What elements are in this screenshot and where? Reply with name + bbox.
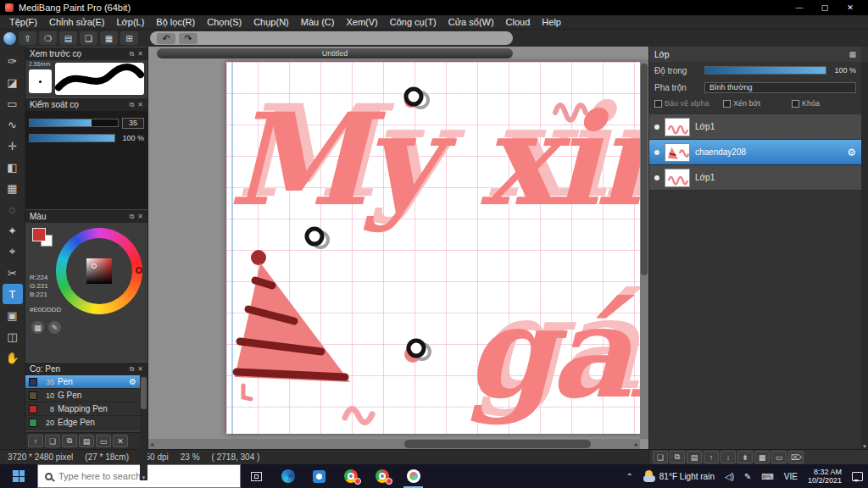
layer-grid-icon[interactable]: ▦ — [754, 451, 770, 463]
layer-menu-icon[interactable]: ▦ — [849, 50, 856, 58]
layer-row-selected[interactable]: chaenday208 ⚙ — [649, 140, 861, 165]
foreground-color-swatch[interactable] — [32, 228, 46, 241]
lock-checkbox[interactable]: Khóa — [792, 99, 856, 108]
close-panel-icon[interactable]: ✕ — [137, 50, 143, 58]
menu-layer[interactable]: Lớp(L) — [110, 17, 150, 27]
merge-down-icon[interactable]: ⇟ — [737, 451, 753, 463]
layer-opacity-slider[interactable] — [704, 66, 826, 75]
visibility-icon[interactable] — [654, 150, 659, 155]
start-button[interactable] — [0, 464, 37, 488]
tray-overflow-button[interactable]: ⌃ — [620, 464, 637, 488]
menu-snap[interactable]: Chụp(N) — [248, 17, 295, 27]
move-layer-down-icon[interactable]: ↓ — [721, 451, 736, 463]
menu-view[interactable]: Xem(V) — [340, 17, 383, 27]
lasso-tool[interactable]: ◌ — [3, 199, 23, 219]
drawing-canvas[interactable]: My My xinh xinh gái gái — [226, 62, 647, 434]
blend-mode-dropdown[interactable]: Bình thường — [704, 82, 856, 93]
close-panel-icon[interactable]: ✕ — [137, 213, 143, 221]
move-tool[interactable]: ✛ — [3, 136, 23, 156]
popout-icon[interactable]: ⧉ — [130, 213, 135, 221]
select-rect-tool[interactable]: ▭ — [3, 93, 23, 114]
brush-item-gpen[interactable]: 10 G Pen — [25, 389, 140, 402]
gradient-tool[interactable]: ▦ — [3, 178, 23, 198]
new-layer-icon[interactable]: ❏ — [653, 451, 668, 463]
move-layer-up-icon[interactable]: ↑ — [704, 451, 719, 463]
bucket-tool[interactable]: ◧ — [3, 157, 23, 177]
menu-select[interactable]: Chọn(S) — [201, 17, 248, 27]
curve-tool[interactable]: ∿ — [3, 114, 23, 135]
select-pen-tool[interactable]: ✂ — [3, 263, 23, 283]
brush-menu-icon[interactable]: ▤ — [79, 435, 94, 447]
canvas-vertical-scrollbar[interactable] — [640, 60, 648, 439]
minimize-button[interactable]: — — [787, 0, 812, 15]
close-button[interactable]: ✕ — [837, 0, 863, 15]
scroll-down-icon[interactable]: ▼ — [861, 444, 868, 449]
palette-icon[interactable]: ✎ — [48, 321, 61, 334]
menu-filter[interactable]: Bộ lọc(R) — [150, 17, 201, 27]
scrollbar-thumb[interactable] — [141, 377, 147, 409]
brush-size-value[interactable]: 35 — [122, 118, 144, 129]
menu-help[interactable]: Help — [536, 17, 567, 27]
scrollbar-thumb[interactable] — [641, 64, 648, 275]
menu-window[interactable]: Cửa sổ(W) — [442, 17, 500, 27]
layer-row[interactable]: Lớp1 — [649, 114, 861, 140]
eraser-tool[interactable]: ◪ — [3, 72, 23, 92]
menu-tools[interactable]: Công cụ(T) — [384, 17, 442, 27]
duplicate-layer-icon[interactable]: ⧉ — [670, 451, 685, 463]
new-folder-icon[interactable]: ▤ — [687, 451, 702, 463]
saturation-value-square[interactable] — [86, 258, 112, 284]
close-panel-icon[interactable]: ✕ — [137, 101, 143, 109]
file-icon[interactable]: ❏ — [80, 31, 97, 45]
duplicate-brush-icon[interactable]: ⧉ — [62, 435, 77, 447]
taskbar-chrome-2[interactable] — [366, 464, 398, 488]
taskbar-edge[interactable] — [272, 464, 303, 488]
comment-icon[interactable]: ❍ — [39, 31, 57, 45]
document-tab[interactable]: Untitled — [157, 48, 513, 58]
delete-layer-icon[interactable]: ⌦ — [788, 451, 804, 463]
maximize-button[interactable]: ▢ — [812, 0, 837, 15]
brush-item-mapping-pen[interactable]: 8 Mapping Pen — [25, 402, 140, 416]
taskbar-chrome-1[interactable] — [335, 464, 366, 488]
action-center-button[interactable] — [847, 464, 868, 488]
delete-brush-icon[interactable]: ✕ — [113, 435, 128, 447]
scrollbar-thumb[interactable] — [404, 440, 591, 448]
task-view-button[interactable] — [241, 464, 272, 488]
redo-button[interactable]: ↷ — [179, 33, 198, 44]
brush-size-slider[interactable] — [29, 119, 119, 127]
menu-file[interactable]: Tệp(F) — [3, 17, 43, 27]
operation-tool[interactable]: ▣ — [3, 305, 23, 325]
clock[interactable]: 8:32 AM 10/2/2021 — [803, 464, 847, 488]
taskbar-medibang[interactable] — [398, 464, 429, 488]
grid-icon[interactable]: ▦ — [100, 31, 118, 45]
protect-alpha-checkbox[interactable]: Bảo vệ alpha — [654, 99, 719, 108]
brush-item-edge-pen[interactable]: 20 Edge Pen — [25, 416, 140, 430]
color-mode-icon[interactable]: ▦ — [31, 321, 44, 334]
layer-panel-scrollbar[interactable]: ▼ — [861, 62, 868, 449]
new-brush-icon[interactable]: ❏ — [45, 435, 60, 447]
folder-icon[interactable]: ▭ — [96, 435, 111, 447]
popout-icon[interactable]: ⧉ — [130, 50, 135, 58]
brush-tool[interactable]: ✑ — [3, 51, 23, 71]
pen-settings-button[interactable]: ✎ — [739, 464, 756, 488]
list-icon[interactable]: ▤ — [59, 31, 77, 45]
visibility-icon[interactable] — [654, 125, 659, 130]
menu-edit[interactable]: Chỉnh sửa(E) — [43, 17, 110, 27]
layer-row[interactable]: Lớp1 — [649, 165, 861, 191]
touch-keyboard-button[interactable]: ⌨ — [756, 464, 778, 488]
popout-icon[interactable]: ⧉ — [130, 101, 135, 109]
taskbar-camera-app[interactable] — [303, 464, 335, 488]
canvas-horizontal-scrollbar[interactable]: ◂ ▸ — [148, 439, 640, 449]
scroll-left-icon[interactable]: ◂ — [150, 441, 153, 448]
gear-icon[interactable]: ⚙ — [847, 147, 856, 158]
gear-icon[interactable]: ⚙ — [129, 377, 136, 386]
export-icon[interactable]: ⇪ — [19, 31, 36, 45]
scroll-down-icon[interactable]: ▼ — [140, 475, 147, 480]
brush-item-pen[interactable]: 35 Pen ⚙ — [25, 375, 140, 389]
scroll-right-icon[interactable]: ▸ — [635, 441, 638, 448]
panel-up-icon[interactable]: ↑ — [28, 435, 43, 447]
table-icon[interactable]: ⊞ — [120, 31, 138, 45]
brush-opacity-slider[interactable] — [29, 134, 115, 142]
menu-cloud[interactable]: Cloud — [500, 17, 537, 27]
divide-tool[interactable]: ◫ — [3, 326, 23, 347]
taskbar-search[interactable] — [37, 464, 241, 488]
